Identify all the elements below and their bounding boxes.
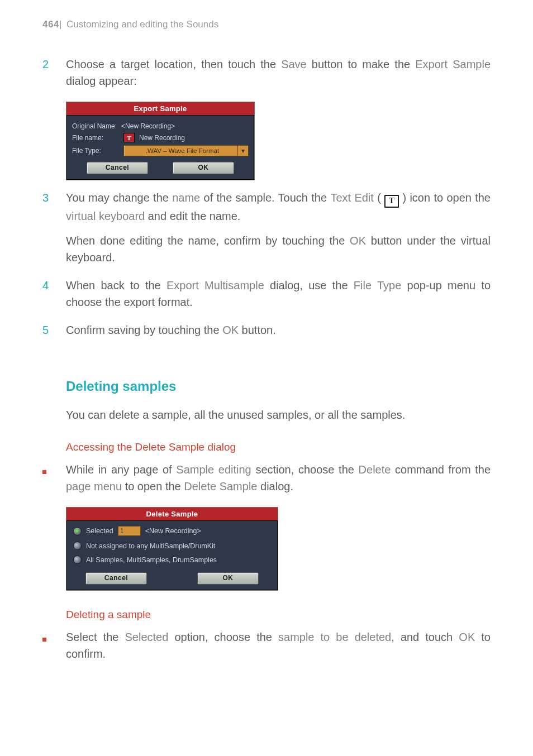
- text-edit-icon: T: [384, 195, 399, 208]
- filetype-label: File Type:: [72, 147, 119, 155]
- export-sample-dialog: Export Sample Original Name: <New Record…: [66, 102, 255, 180]
- term-delete: Delete: [359, 463, 391, 476]
- term-save: Save: [281, 58, 307, 70]
- filetype-dropdown[interactable]: .WAV – Wave File Format ▾: [123, 145, 249, 156]
- bullet-marker: [42, 629, 66, 644]
- term-name: name: [172, 192, 200, 204]
- document-page: 464| Customizing and editing the Sounds …: [0, 0, 533, 756]
- term-page-menu: page menu: [66, 480, 122, 492]
- selected-index-field[interactable]: 1: [118, 526, 141, 536]
- text-edit-icon[interactable]: T: [123, 133, 135, 142]
- filetype-value: .WAV – Wave File Format: [127, 147, 237, 154]
- filename-value: New Recording: [139, 134, 185, 142]
- section-heading: Deleting samples: [66, 379, 491, 394]
- delete-sample-dialog: Delete Sample Selected 1 <New Recording>…: [66, 507, 278, 591]
- filetype-row: File Type: .WAV – Wave File Format ▾: [72, 145, 249, 156]
- square-bullet-icon: [42, 470, 46, 474]
- selected-name: <New Recording>: [145, 527, 201, 535]
- page-header: 464| Customizing and editing the Sounds: [42, 19, 491, 30]
- option-all-samples[interactable]: All Samples, MultiSamples, DrumSamples: [66, 553, 278, 567]
- step-body: You may change the name of the sample. T…: [66, 189, 491, 274]
- option-selected[interactable]: Selected 1 <New Recording>: [66, 523, 278, 539]
- step-4: 4 When back to the Export Multisample di…: [42, 277, 491, 318]
- term-export-sample: Export Sample: [415, 58, 491, 70]
- bullet-body: While in any page of Sample editing sect…: [66, 461, 491, 503]
- step-number: 5: [42, 322, 66, 338]
- bullet-marker: [42, 461, 66, 476]
- term-delete-sample: Delete Sample: [184, 480, 257, 492]
- radio-icon[interactable]: [73, 542, 82, 550]
- option-not-assigned[interactable]: Not assigned to any MultiSample/DrumKit: [66, 539, 278, 553]
- bullet-body: Select the Selected option, choose the s…: [66, 629, 491, 670]
- subsection-heading: Accessing the Delete Sample dialog: [66, 441, 491, 453]
- term-ok: OK: [350, 235, 366, 247]
- step-5: 5 Confirm saving by touching the OK butt…: [42, 322, 491, 346]
- cancel-button[interactable]: Cancel: [85, 572, 147, 585]
- step-body: Confirm saving by touching the OK button…: [66, 322, 491, 346]
- step-body: Choose a target location, then touch the…: [66, 56, 491, 97]
- bullet-item: While in any page of Sample editing sect…: [42, 461, 491, 503]
- option-label: Selected: [86, 527, 113, 535]
- bullet-item: Select the Selected option, choose the s…: [42, 629, 491, 670]
- ok-button[interactable]: OK: [173, 162, 234, 174]
- term-selected: Selected: [125, 631, 169, 643]
- term-export-multisample: Export Multisample: [166, 279, 264, 291]
- term-virtual-keyboard: virtual keyboard: [66, 210, 145, 222]
- term-ok: OK: [222, 324, 239, 336]
- term-file-type: File Type: [354, 279, 401, 291]
- page-number: 464: [42, 19, 59, 30]
- dialog-title: Export Sample: [66, 102, 254, 116]
- ok-button[interactable]: OK: [197, 572, 259, 585]
- step-3: 3 You may change the name of the sample.…: [42, 189, 491, 274]
- radio-icon[interactable]: [73, 527, 82, 535]
- term-text-edit: Text Edit: [330, 192, 373, 204]
- filename-label: File name:: [72, 134, 119, 142]
- original-name-label: Original Name:: [72, 122, 117, 130]
- original-name-value: <New Recording>: [121, 122, 175, 130]
- step-number: 2: [42, 56, 66, 73]
- chevron-down-icon: ▾: [237, 146, 248, 156]
- square-bullet-icon: [42, 638, 46, 642]
- filename-row: File name: T New Recording: [72, 133, 249, 142]
- step-body: When back to the Export Multisample dial…: [66, 277, 491, 318]
- term-sample-to-be-deleted: sample to be deleted: [278, 631, 391, 643]
- term-sample-editing: Sample editing: [176, 463, 251, 476]
- dialog-title: Delete Sample: [66, 508, 278, 521]
- radio-icon[interactable]: [73, 556, 82, 564]
- cancel-button[interactable]: Cancel: [87, 162, 148, 174]
- option-label: Not assigned to any MultiSample/DrumKit: [86, 542, 215, 550]
- subsection-heading: Deleting a sample: [66, 609, 491, 621]
- chapter-title: Customizing and editing the Sounds: [66, 19, 218, 30]
- option-label: All Samples, MultiSamples, DrumSamples: [86, 556, 217, 564]
- step-number: 4: [42, 277, 66, 294]
- section-intro: You can delete a sample, all the unused …: [66, 406, 491, 423]
- original-name-row: Original Name: <New Recording>: [72, 122, 249, 130]
- step-2: 2 Choose a target location, then touch t…: [42, 56, 491, 97]
- term-ok: OK: [459, 631, 475, 643]
- step-number: 3: [42, 189, 66, 206]
